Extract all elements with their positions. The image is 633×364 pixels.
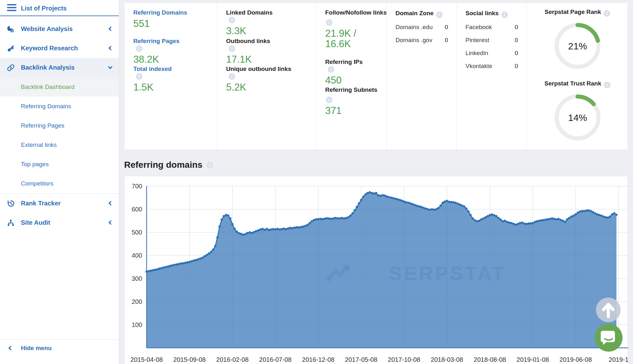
stat-value: 371 (325, 105, 377, 116)
stat-referring-domains: Referring Domains 551 (133, 9, 187, 29)
hide-menu-button[interactable]: Hide menu (0, 339, 119, 356)
chart-section-header: Referring domains i (124, 160, 213, 173)
info-icon[interactable]: i (206, 162, 213, 168)
sidebar-item-keyword-research[interactable]: Keyword Research (0, 39, 119, 58)
stat-unique-outbound-links: Unique outbound linksi 5.2K (226, 66, 291, 92)
up-arrow-icon (596, 298, 621, 322)
chevron-left-icon (108, 26, 113, 31)
sidebar-item-top-pages[interactable]: Top pages (0, 154, 119, 174)
stat-value: 21.9K / 16.6K (325, 28, 373, 49)
serpstat-watermark: SERPSTAT (389, 262, 506, 284)
info-icon[interactable]: i (136, 73, 142, 80)
hamburger-menu-icon[interactable] (7, 4, 16, 12)
stat-referring-subnets: Referring Subnetsi 371 (325, 86, 377, 116)
stat-outbound-links: Outbound linksi 17.1K (226, 38, 270, 65)
metric-row-linkedin: LinkedIn 0 (465, 48, 518, 61)
svg-text:2018-03-08: 2018-03-08 (431, 356, 463, 363)
stat-follow-nofollow-links: Follow/Nofollow linksi 21.9K / 16.6K (325, 9, 387, 49)
serpstat-page-rank-gauge: Serpstat Page Ranki 21% (527, 9, 628, 72)
stat-link[interactable]: Referring Pages (133, 38, 180, 45)
svg-text:2016-02-08: 2016-02-08 (216, 356, 249, 363)
metric-row-pinterest: Pinterest 0 (465, 35, 518, 48)
stat-link[interactable]: Referring Domains (133, 9, 187, 16)
stat-column-outbound: Linked Domainsi 3.3K Outbound linksi 17.… (217, 3, 316, 150)
svg-text:2016-07-08: 2016-07-08 (259, 356, 291, 363)
chevron-left-icon (8, 346, 13, 351)
sidebar-item-external-links[interactable]: External links (0, 135, 119, 154)
backlink-analysis-submenu: Backlink Dashboard Referring Domains Ref… (0, 77, 119, 193)
stat-value: 3.3K (226, 26, 273, 36)
svg-text:2019-01-08: 2019-01-08 (516, 356, 549, 363)
stat-total-indexed: Total indexedi 1.5K (133, 66, 172, 92)
metric-row-domains-edu: Domains .edu 0 (396, 22, 448, 35)
svg-text:200: 200 (132, 298, 142, 305)
info-icon[interactable]: i (501, 11, 508, 18)
stat-column-follow: Follow/Nofollow linksi 21.9K / 16.6K Ref… (316, 3, 386, 150)
chevron-left-icon (108, 220, 113, 225)
svg-text:500: 500 (132, 229, 142, 236)
referring-domains-chart-card: SERPSTAT1002003004005006007002015-04-082… (124, 176, 628, 364)
chat-bubble-icon (595, 324, 623, 352)
sidebar-item-rank-tracker[interactable]: Rank Tracker (0, 194, 119, 213)
sidebar-header: List of Projects (0, 0, 119, 16)
info-icon[interactable]: i (604, 10, 610, 17)
sidebar-item-website-analysis[interactable]: Website Analysis (0, 19, 119, 39)
svg-text:2017-10-08: 2017-10-08 (388, 356, 420, 363)
sidebar-item-backlink-dashboard[interactable]: Backlink Dashboard (0, 77, 119, 97)
serpstat-rank-column: Serpstat Page Ranki 21% Serpstat Trust R… (526, 3, 628, 150)
chevron-left-icon (108, 201, 113, 206)
svg-text:2019-1: 2019-1 (609, 356, 628, 363)
stat-value: 1.5K (133, 82, 172, 92)
info-icon[interactable]: i (326, 19, 332, 26)
stat-value: 38.2K (133, 54, 180, 65)
stat-link[interactable]: Total indexed (133, 66, 172, 72)
stat-value: 551 (133, 18, 187, 29)
stat-value: 5.2K (226, 82, 291, 92)
referring-domains-chart[interactable]: SERPSTAT1002003004005006007002015-04-082… (124, 176, 628, 364)
social-links-title: Social linksi (465, 10, 508, 18)
svg-text:300: 300 (132, 275, 142, 282)
info-icon[interactable]: i (229, 17, 235, 23)
metric-row-vkontakte: Vkontakte 0 (465, 61, 518, 74)
stat-value: 17.1K (226, 54, 270, 65)
backlink-summary-card: Referring Domains 551 Referring Pagesi 3… (124, 3, 628, 150)
info-icon[interactable]: i (229, 45, 235, 52)
info-icon[interactable]: i (436, 11, 443, 18)
info-icon[interactable]: i (136, 45, 142, 52)
site-audit-icon (7, 219, 15, 227)
scroll-to-top-button[interactable] (596, 298, 621, 322)
svg-text:2015-04-08: 2015-04-08 (130, 356, 163, 363)
rank-donut-chart: 21% (552, 21, 603, 71)
rank-tracker-icon (7, 199, 15, 208)
svg-text:400: 400 (132, 252, 142, 259)
sidebar-item-competitors[interactable]: Competitors (0, 174, 119, 193)
sidebar-item-referring-pages[interactable]: Referring Pages (0, 116, 119, 135)
info-icon[interactable]: i (326, 97, 332, 103)
sidebar-item-backlink-analysis[interactable]: Backlink Analysis (0, 58, 119, 77)
svg-text:600: 600 (132, 206, 142, 213)
chevron-left-icon (108, 46, 113, 51)
rank-donut-chart: 14% (552, 92, 603, 143)
sidebar-item-referring-domains[interactable]: Referring Domains (0, 97, 119, 116)
social-links-column: Social linksi Facebook 0 Pinterest 0 Lin… (456, 3, 526, 150)
backlink-analysis-icon (7, 64, 15, 72)
website-analysis-icon (7, 25, 15, 33)
info-icon[interactable]: i (604, 82, 611, 88)
keyword-research-icon (7, 44, 15, 53)
info-icon[interactable]: i (328, 66, 334, 73)
hide-menu-label: Hide menu (21, 345, 52, 352)
svg-text:2015-09-08: 2015-09-08 (173, 356, 206, 363)
stat-linked-domains: Linked Domainsi 3.3K (226, 9, 273, 36)
svg-text:2016-12-08: 2016-12-08 (302, 356, 334, 363)
sidebar-item-list-of-projects[interactable]: List of Projects (21, 5, 66, 12)
info-icon[interactable]: i (229, 73, 235, 80)
svg-text:100: 100 (132, 321, 142, 328)
domain-zone-column: Domain Zonei Domains .edu 0 Domains .gov… (386, 3, 456, 150)
svg-text:2017-05-08: 2017-05-08 (345, 356, 377, 363)
chat-widget-button[interactable] (595, 324, 623, 352)
stat-column-referring: Referring Domains 551 Referring Pagesi 3… (124, 3, 217, 150)
serpstat-trust-rank-gauge: Serpstat Trust Ranki 14% (527, 80, 628, 144)
sidebar-main-nav: Website Analysis Keyword Research Backli… (0, 19, 119, 77)
chart-title: Referring domains (124, 160, 202, 170)
sidebar-item-site-audit[interactable]: Site Audit (0, 213, 119, 232)
